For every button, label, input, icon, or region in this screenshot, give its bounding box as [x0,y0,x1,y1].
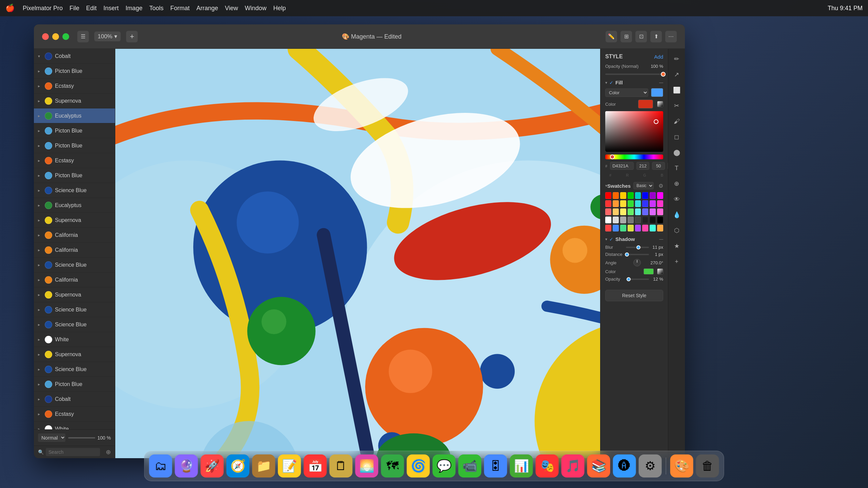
reset-style-button[interactable]: Reset Style [605,290,663,301]
star-tool-btn[interactable]: ★ [671,240,683,252]
opacity-thumb[interactable] [661,72,666,77]
vector-tool-btn[interactable]: ⬡ [671,224,683,237]
opacity-slider[interactable] [68,437,95,439]
fill-checkbox-icon[interactable]: ✓ [609,80,613,85]
menu-format[interactable]: Format [170,5,190,12]
swatch-cell[interactable] [605,192,611,199]
swatches-preset-select[interactable]: Basic [633,182,654,189]
arrange-button[interactable]: ⊞ [620,31,632,42]
plus-tool-btn[interactable]: + [671,256,683,268]
swatch-cell[interactable] [635,208,641,215]
menu-tools[interactable]: Tools [149,5,163,12]
swatch-cell[interactable] [628,208,634,215]
zoom-control[interactable]: 100% ▾ [94,32,121,41]
dock-icon-finder2[interactable]: 📁 [252,454,275,477]
rect-select-btn[interactable]: ⬜ [671,84,683,96]
hue-thumb[interactable] [610,155,615,159]
dock-icon-pixelmator[interactable]: 🎨 [670,454,693,477]
dock-icon-messages[interactable]: 💬 [433,454,456,477]
menu-insert[interactable]: Insert [103,5,119,12]
r-input[interactable] [636,162,649,170]
layer-item[interactable]: ▸ Ecstasy [34,407,115,422]
layer-item[interactable]: ▸ California [34,228,115,243]
zoom-tool-btn[interactable]: ⊕ [671,178,683,190]
text-tool-btn[interactable]: T [671,162,683,174]
layer-item[interactable]: ▸ Supernova [34,347,115,362]
layer-item[interactable]: ▸ California [34,272,115,287]
hue-slider[interactable] [605,155,663,159]
dock-icon-pinwheel[interactable]: 🌀 [407,454,430,477]
shadow-opacity-thumb[interactable] [627,277,631,281]
shadow-minus-icon[interactable]: — [659,237,663,242]
dock-icon-appstore[interactable]: 🅐 [613,454,636,477]
swatch-cell[interactable] [642,192,648,199]
brush-tool-btn[interactable]: 🖌 [671,115,683,127]
dock-icon-safari[interactable]: 🧭 [226,454,250,477]
shadow-color-picker-icon[interactable] [657,268,663,274]
fill-expand-icon[interactable] [651,88,663,97]
eye-tool-btn[interactable]: 👁 [671,193,683,205]
swatches-settings-icon[interactable]: ⚙ [658,183,663,189]
menu-app[interactable]: Pixelmator Pro [23,5,63,12]
minimize-button[interactable] [52,33,59,40]
dock-icon-music[interactable]: 🎵 [561,454,585,477]
dock-icon-facetime[interactable]: 📹 [458,454,481,477]
menu-help[interactable]: Help [273,5,286,12]
layers-toggle-button[interactable]: ☰ [77,31,89,42]
swatch-cell[interactable] [613,192,619,199]
color-picker-area[interactable] [605,111,663,152]
swatch-cell[interactable] [650,225,656,231]
layer-item[interactable]: ▾ Cobalt [34,49,115,64]
layer-item[interactable]: ▸ Science Blue [34,183,115,198]
swatch-cell[interactable] [605,217,611,223]
swatch-cell[interactable] [657,192,663,199]
maximize-button[interactable] [62,33,69,40]
search-input[interactable] [46,448,100,456]
close-button[interactable] [42,33,49,40]
fill-type-select[interactable]: Color [605,88,648,97]
swatch-cell[interactable] [642,200,648,207]
swatch-cell[interactable] [635,217,641,223]
swatch-cell[interactable] [628,217,634,223]
layer-item[interactable]: ▸ Ecstasy [34,79,115,94]
dock-icon-siri[interactable]: 🔮 [175,454,198,477]
layer-item[interactable]: ▸ Supernova [34,213,115,228]
color-picker-btn[interactable]: 💧 [671,209,683,221]
shadow-checkbox-icon[interactable]: ✓ [609,237,613,242]
style-add-button[interactable]: Add [654,54,663,60]
crop-button[interactable]: ⊡ [635,31,647,42]
swatch-cell[interactable] [642,217,648,223]
menu-image[interactable]: Image [125,5,142,12]
layer-item[interactable]: ▸ Picton Blue [34,123,115,138]
add-layer-button[interactable]: + [126,31,138,42]
g-input[interactable] [652,162,665,170]
layer-item[interactable]: ▸ Science Blue [34,362,115,377]
dock-icon-notes[interactable]: 📝 [278,454,301,477]
dock-icon-books[interactable]: 📚 [587,454,610,477]
swatch-cell[interactable] [628,225,634,231]
swatch-cell[interactable] [613,225,619,231]
dock-icon-calendar[interactable]: 📅 [304,454,327,477]
hex-input[interactable] [610,162,634,170]
more-button[interactable]: ⋯ [665,31,677,42]
swatch-cell[interactable] [635,225,641,231]
swatch-cell[interactable] [650,217,656,223]
dock-icon-finder3[interactable]: 🗒 [330,454,353,477]
layer-item[interactable]: ▸ Eucalyptus [34,198,115,213]
pen-tool-button[interactable]: ✏️ [606,31,617,42]
dock-icon-numbers[interactable]: 📊 [510,454,533,477]
swatch-cell[interactable] [635,200,641,207]
menu-edit[interactable]: Edit [86,5,97,12]
search-add-icon[interactable]: ⊕ [106,448,111,456]
layer-item[interactable]: ▸ Science Blue [34,317,115,332]
layer-item[interactable]: ▸ Picton Blue [34,168,115,183]
swatch-cell[interactable] [650,208,656,215]
fill-section-header[interactable]: ▾ ✓ Fill — [605,80,663,85]
arrow-tool-btn[interactable]: ↗ [671,68,683,81]
swatch-cell[interactable] [620,200,626,207]
layer-item[interactable]: ▸ Supernova [34,94,115,108]
layer-item[interactable]: ▸ Science Blue [34,258,115,272]
swatch-cell[interactable] [657,225,663,231]
fill-color-swatch[interactable] [638,100,653,108]
layer-item[interactable]: ▸ Cobalt [34,392,115,407]
